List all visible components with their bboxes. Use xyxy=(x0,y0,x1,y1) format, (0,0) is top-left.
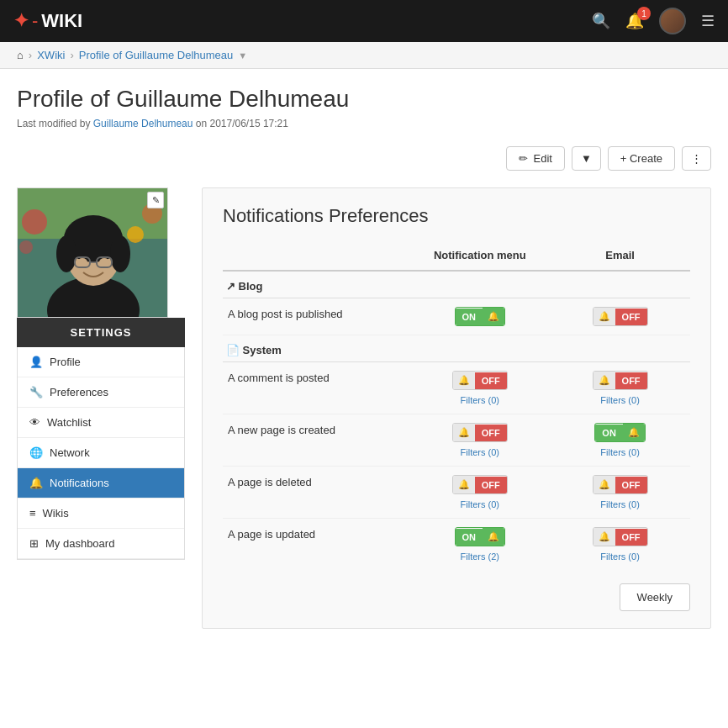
edit-avatar-icon[interactable]: ✎ xyxy=(147,192,164,208)
row-comment-email: 🔔 OFF Filters (0) xyxy=(550,362,690,414)
new-page-email-toggle[interactable]: ON 🔔 xyxy=(594,423,646,442)
svg-point-15 xyxy=(99,258,109,266)
notification-badge: 1 xyxy=(637,7,651,20)
svg-point-2 xyxy=(22,209,47,235)
logo-x-icon: ✦ xyxy=(13,10,29,32)
page-updated-email-bell-icon: 🔔 xyxy=(593,528,615,546)
row-comment-notif: 🔔 OFF Filters (0) xyxy=(409,362,550,414)
comment-email-off-label: OFF xyxy=(615,372,647,389)
row-page-deleted-label: A page is deleted xyxy=(223,467,409,519)
page-updated-email-filters[interactable]: Filters (0) xyxy=(600,551,639,562)
more-options-button[interactable]: ⋮ xyxy=(682,146,711,171)
col-notification-menu: Notification menu xyxy=(409,244,550,271)
breadcrumb: ⌂ › XWiki › Profile of Guillaume Delhume… xyxy=(0,42,728,69)
svg-point-5 xyxy=(19,240,33,254)
col-email: Email xyxy=(550,244,690,271)
section-system: 📄 System xyxy=(223,335,690,362)
sidebar-menu: 👤 Profile 🔧 Preferences 👁 Watchlist 🌐 Ne… xyxy=(17,347,185,560)
toolbar: ✏ Edit ▼ + Create ⋮ xyxy=(0,138,728,179)
sidebar-item-network[interactable]: 🌐 Network xyxy=(18,438,184,468)
blog-post-notif-on-label: ON xyxy=(456,309,483,325)
author-link[interactable]: Guillaume Delhumeau xyxy=(93,118,193,129)
more-icon: ⋮ xyxy=(691,152,702,165)
last-modified-suffix: on 2017/06/15 17:21 xyxy=(196,118,288,129)
row-page-updated-email: 🔔 OFF Filters (0) xyxy=(550,519,690,571)
hamburger-icon[interactable]: ☰ xyxy=(701,12,715,30)
col-event xyxy=(223,244,409,271)
svg-point-10 xyxy=(110,235,130,272)
breadcrumb-xwiki[interactable]: XWiki xyxy=(37,49,65,61)
row-page-deleted-email: 🔔 OFF Filters (0) xyxy=(550,467,690,519)
page-deleted-email-toggle[interactable]: 🔔 OFF xyxy=(593,475,648,494)
last-modified: Last modified by Guillaume Delhumeau on … xyxy=(17,118,711,129)
row-new-page-email: ON 🔔 Filters (0) xyxy=(550,414,690,467)
new-page-email-filters[interactable]: Filters (0) xyxy=(600,447,639,457)
new-page-notif-toggle[interactable]: 🔔 OFF xyxy=(452,423,508,442)
row-page-updated-label: A page is updated xyxy=(223,519,409,571)
page-updated-notif-on-label: ON xyxy=(456,529,483,546)
sidebar-item-label-watchlist: Watchlist xyxy=(47,416,91,429)
page-deleted-email-filters[interactable]: Filters (0) xyxy=(600,499,639,509)
page-deleted-email-bell-icon: 🔔 xyxy=(593,476,615,493)
page-deleted-email-off-label: OFF xyxy=(615,477,647,493)
edit-pencil-icon: ✏ xyxy=(519,152,528,165)
profile-icon: 👤 xyxy=(29,356,43,368)
blog-post-email-bell-icon: 🔔 xyxy=(593,308,615,325)
logo[interactable]: ✦ - WIKI xyxy=(13,10,82,32)
content-area: Notifications Preferences Notification m… xyxy=(202,187,711,629)
sidebar-item-profile[interactable]: 👤 Profile xyxy=(18,347,184,377)
notifications-icon: 🔔 xyxy=(29,477,43,489)
blog-post-email-toggle[interactable]: 🔔 OFF xyxy=(593,307,648,326)
row-comment: A comment is posted 🔔 OFF Filters (0) xyxy=(223,362,690,414)
row-new-page: A new page is created 🔔 OFF Filters (0) xyxy=(223,414,690,467)
comment-notif-filters[interactable]: Filters (0) xyxy=(461,395,499,405)
breadcrumb-dropdown-icon[interactable]: ▼ xyxy=(238,50,247,61)
page-deleted-notif-toggle[interactable]: 🔔 OFF xyxy=(452,475,508,494)
page-updated-notif-bell-icon: 🔔 xyxy=(483,528,504,546)
last-modified-prefix: Last modified by xyxy=(17,118,90,129)
comment-notif-toggle[interactable]: 🔔 OFF xyxy=(452,371,508,390)
page-deleted-notif-filters[interactable]: Filters (0) xyxy=(461,499,499,509)
logo-wiki-text: WIKI xyxy=(41,10,82,32)
page-title: Profile of Guillaume Delhumeau xyxy=(17,86,711,113)
row-new-page-notif: 🔔 OFF Filters (0) xyxy=(409,414,550,467)
page-updated-notif-toggle[interactable]: ON 🔔 xyxy=(455,527,506,546)
sidebar-item-wikis[interactable]: ≡ Wikis xyxy=(18,499,184,529)
comment-email-bell-icon: 🔔 xyxy=(593,372,615,389)
wikis-icon: ≡ xyxy=(29,507,36,520)
sidebar-item-label-notifications: Notifications xyxy=(50,477,109,489)
dashboard-icon: ⊞ xyxy=(29,537,39,550)
weekly-button[interactable]: Weekly xyxy=(620,583,690,611)
page-updated-notif-filters[interactable]: Filters (2) xyxy=(461,551,499,562)
row-blog-post-notif: ON 🔔 xyxy=(409,298,550,335)
row-blog-post-label: A blog post is published xyxy=(223,298,409,335)
page-title-area: Profile of Guillaume Delhumeau Last modi… xyxy=(0,69,728,138)
network-icon: 🌐 xyxy=(29,446,43,459)
notification-bell-icon[interactable]: 🔔 1 xyxy=(625,12,644,30)
section-blog-label: ↗ Blog xyxy=(223,271,690,298)
section-blog: ↗ Blog xyxy=(223,271,690,298)
main-content: ✎ SETTINGS 👤 Profile 🔧 Preferences 👁 Wat… xyxy=(0,179,728,646)
blog-post-notif-toggle[interactable]: ON 🔔 xyxy=(455,307,506,326)
user-avatar[interactable] xyxy=(659,8,686,34)
page-updated-email-toggle[interactable]: 🔔 OFF xyxy=(593,527,648,546)
create-button[interactable]: + Create xyxy=(608,146,675,171)
comment-email-toggle[interactable]: 🔔 OFF xyxy=(593,371,648,390)
new-page-email-on-label: ON xyxy=(595,425,623,441)
sidebar-item-dashboard[interactable]: ⊞ My dashboard xyxy=(18,529,184,559)
blog-feed-icon: ↗ xyxy=(226,280,235,293)
edit-button[interactable]: ✏ Edit xyxy=(506,146,564,171)
sidebar-item-watchlist[interactable]: 👁 Watchlist xyxy=(18,408,184,438)
sidebar-item-preferences[interactable]: 🔧 Preferences xyxy=(18,377,184,408)
breadcrumb-page[interactable]: Profile of Guillaume Delhumeau xyxy=(79,49,234,61)
new-page-notif-filters[interactable]: Filters (0) xyxy=(461,447,499,457)
home-icon[interactable]: ⌂ xyxy=(17,49,24,61)
new-page-email-bell-icon: 🔔 xyxy=(623,424,645,441)
search-icon[interactable]: 🔍 xyxy=(592,12,610,30)
comment-email-filters[interactable]: Filters (0) xyxy=(600,395,639,405)
row-comment-label: A comment is posted xyxy=(223,362,409,414)
edit-dropdown-button[interactable]: ▼ xyxy=(572,146,601,171)
row-page-deleted-notif: 🔔 OFF Filters (0) xyxy=(409,467,550,519)
sidebar: ✎ SETTINGS 👤 Profile 🔧 Preferences 👁 Wat… xyxy=(17,187,185,629)
sidebar-item-notifications[interactable]: 🔔 Notifications xyxy=(18,468,184,499)
